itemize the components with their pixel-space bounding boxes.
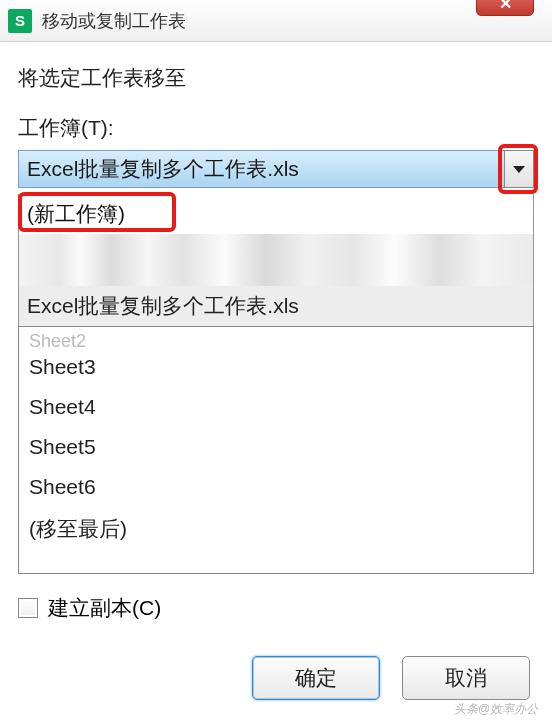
workbook-selected-text: Excel批量复制多个工作表.xls xyxy=(27,155,299,183)
redacted-row xyxy=(19,234,533,286)
close-icon: ✕ xyxy=(499,0,512,13)
option-current-file-label: Excel批量复制多个工作表.xls xyxy=(27,294,299,317)
sheet-list: Sheet2 Sheet3 Sheet4 Sheet5 Sheet6 (移至最后… xyxy=(18,326,534,574)
workbook-dropdown[interactable]: Excel批量复制多个工作表.xls xyxy=(18,150,534,188)
app-icon: S xyxy=(8,9,32,33)
cancel-button[interactable]: 取消 xyxy=(402,656,530,700)
sheet-item[interactable]: Sheet3 xyxy=(19,347,533,387)
create-copy-label: 建立副本(C) xyxy=(48,594,161,622)
dropdown-arrow-button[interactable] xyxy=(504,150,534,188)
dialog-body: 将选定工作表移至 工作簿(T): Excel批量复制多个工作表.xls (新工作… xyxy=(0,42,552,712)
window-title: 移动或复制工作表 xyxy=(42,9,186,33)
sheet-item-move-last[interactable]: (移至最后) xyxy=(19,507,533,551)
workbook-option-list: (新工作簿) Excel批量复制多个工作表.xls xyxy=(18,194,534,327)
sheet-item[interactable]: Sheet6 xyxy=(19,467,533,507)
watermark-text: 头条@效率办公 xyxy=(454,701,538,718)
ok-button[interactable]: 确定 xyxy=(252,656,380,700)
option-new-workbook[interactable]: (新工作簿) xyxy=(19,194,533,234)
sheet-item[interactable]: Sheet5 xyxy=(19,427,533,467)
create-copy-row: 建立副本(C) xyxy=(18,594,534,622)
move-to-label: 将选定工作表移至 xyxy=(18,64,534,92)
button-row: 确定 取消 xyxy=(18,656,534,700)
create-copy-checkbox[interactable] xyxy=(18,598,38,618)
close-button[interactable]: ✕ xyxy=(476,0,534,16)
option-new-workbook-label: (新工作簿) xyxy=(27,202,125,225)
sheet-item[interactable]: Sheet4 xyxy=(19,387,533,427)
titlebar: S 移动或复制工作表 ✕ xyxy=(0,0,552,42)
workbook-label: 工作簿(T): xyxy=(18,114,534,142)
workbook-dropdown-wrap: Excel批量复制多个工作表.xls xyxy=(18,150,534,188)
sheet-item-partial[interactable]: Sheet2 xyxy=(19,331,533,347)
option-current-file[interactable]: Excel批量复制多个工作表.xls xyxy=(19,286,533,326)
